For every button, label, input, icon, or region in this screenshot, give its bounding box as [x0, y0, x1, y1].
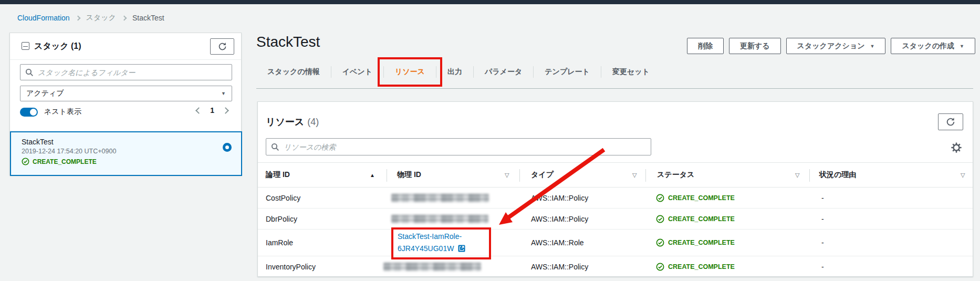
- tab-change-sets[interactable]: 変更セット: [601, 67, 661, 77]
- refresh-icon: [945, 117, 956, 127]
- chevron-down-icon: ▼: [960, 44, 964, 49]
- cell-status: CREATE_COMPLETE: [656, 188, 735, 208]
- column-header-type[interactable]: タイプ: [531, 163, 554, 187]
- sort-ascending-icon[interactable]: ▲: [370, 163, 375, 187]
- stack-actions-dropdown-button[interactable]: スタックアクション▼: [786, 38, 886, 54]
- external-link-icon: [458, 245, 465, 252]
- chevron-down-icon: ▼: [870, 44, 875, 49]
- chevron-right-icon: [121, 15, 127, 20]
- filter-triangle-icon[interactable]: ▽: [505, 163, 509, 187]
- table-row: InventoryPolicy AWS::IAM::Policy CREATE_…: [258, 256, 973, 277]
- table-row: CostPolicy AWS::IAM::Policy CREATE_COMPL…: [258, 188, 973, 209]
- nested-view-toggle[interactable]: [20, 108, 38, 117]
- stack-item-status-text: CREATE_COMPLETE: [33, 158, 97, 165]
- cell-type: AWS::IAM::Role: [531, 230, 584, 256]
- search-icon: [25, 68, 34, 77]
- breadcrumb-current: StackTest: [132, 14, 164, 22]
- redacted-physical-id: [383, 263, 481, 271]
- stack-status-select-value: アクティブ: [26, 89, 64, 98]
- check-circle-icon: [22, 158, 29, 165]
- resources-title: リソース(4): [266, 116, 319, 128]
- tab-events[interactable]: イベント: [331, 67, 383, 77]
- top-navigation-strip: [0, 0, 980, 4]
- cell-status: CREATE_COMPLETE: [656, 230, 735, 256]
- resources-table-header: 論理 ID ▲ 物理 ID ▽ タイプ ▽ ステータス ▽ 状況の理由 ▽: [258, 162, 973, 188]
- chevron-down-icon: ▼: [221, 91, 226, 96]
- stacks-sidebar: スタック (1) アクティブ ▼ ネスト表示 1 StackTest 2019-…: [9, 33, 242, 175]
- check-circle-icon: [656, 194, 664, 202]
- breadcrumb-stacks[interactable]: スタック: [86, 13, 116, 23]
- stack-item-name: StackTest: [22, 138, 54, 146]
- tab-outputs[interactable]: 出力: [436, 67, 473, 77]
- stack-item-status: CREATE_COMPLETE: [22, 158, 97, 165]
- sidebar-title: スタック (1): [34, 41, 81, 52]
- create-stack-dropdown-button[interactable]: スタックの作成▼: [891, 38, 975, 54]
- cell-logical-id: DbrPolicy: [266, 209, 297, 229]
- cell-status-reason: -: [821, 188, 824, 208]
- refresh-stacks-button[interactable]: [210, 38, 234, 55]
- column-divider: [645, 169, 646, 182]
- sidebar-pagination: 1: [196, 106, 228, 115]
- cell-logical-id: IamRole: [266, 230, 293, 256]
- column-header-logical-id[interactable]: 論理 ID: [266, 163, 290, 187]
- cell-type: AWS::IAM::Policy: [531, 188, 588, 208]
- cell-status: CREATE_COMPLETE: [656, 256, 735, 277]
- column-divider: [809, 169, 810, 182]
- tab-resources[interactable]: リソース: [384, 67, 436, 77]
- current-page-number[interactable]: 1: [210, 106, 214, 115]
- cell-status-reason: -: [821, 209, 824, 229]
- column-divider: [387, 169, 387, 182]
- column-divider: [519, 169, 520, 182]
- sidebar-header: スタック (1): [10, 33, 241, 60]
- tab-stack-info[interactable]: スタックの情報: [256, 67, 331, 77]
- table-row: DbrPolicy AWS::IAM::Policy CREATE_COMPLE…: [258, 209, 973, 230]
- cell-status-reason: -: [821, 256, 824, 277]
- stack-selected-radio[interactable]: [223, 143, 232, 152]
- check-circle-icon: [656, 263, 664, 271]
- cell-physical-id: [383, 256, 481, 277]
- cell-logical-id: InventoryPolicy: [266, 256, 316, 277]
- filter-triangle-icon[interactable]: ▽: [795, 163, 799, 187]
- column-header-status[interactable]: ステータス: [657, 163, 694, 187]
- stack-filter-box: [20, 64, 232, 80]
- column-header-physical-id[interactable]: 物理 ID: [397, 163, 421, 187]
- cell-logical-id: CostPolicy: [266, 188, 300, 208]
- chevron-right-icon: [75, 15, 80, 20]
- nested-view-label: ネスト表示: [44, 107, 81, 117]
- collapse-panel-icon[interactable]: [22, 42, 29, 50]
- breadcrumb-cloudformation[interactable]: CloudFormation: [17, 14, 70, 22]
- page-title: StackTest: [256, 34, 320, 50]
- cell-status: CREATE_COMPLETE: [656, 209, 735, 229]
- stack-list-item-selected[interactable]: StackTest 2019-12-24 17:54:20 UTC+0900 C…: [10, 131, 242, 176]
- cell-status-reason: -: [821, 230, 824, 256]
- redacted-physical-id: [391, 194, 489, 202]
- filter-triangle-icon[interactable]: ▽: [961, 163, 965, 187]
- stack-filter-input[interactable]: [38, 68, 227, 77]
- breadcrumb: CloudFormation スタック StackTest: [17, 13, 164, 23]
- physical-id-link[interactable]: StackTest-IamRole- 6JR4Y45UG01W: [398, 231, 465, 255]
- resources-panel: リソース(4) 論理 ID ▲: [257, 101, 973, 277]
- tab-parameters[interactable]: パラメータ: [474, 67, 533, 77]
- check-circle-icon: [656, 215, 664, 223]
- stack-status-select[interactable]: アクティブ ▼: [20, 86, 232, 101]
- filter-triangle-icon[interactable]: ▽: [632, 163, 637, 187]
- refresh-resources-button[interactable]: [938, 113, 963, 130]
- cell-physical-id: [391, 209, 488, 229]
- update-button[interactable]: 更新する: [729, 38, 781, 54]
- resource-search-input[interactable]: [284, 143, 646, 151]
- next-page-icon[interactable]: [222, 107, 229, 114]
- stack-item-timestamp: 2019-12-24 17:54:20 UTC+0900: [22, 148, 116, 155]
- stack-actions-toolbar: 削除 更新する スタックアクション▼ スタックの作成▼: [687, 38, 975, 54]
- cell-type: AWS::IAM::Policy: [531, 256, 588, 277]
- redacted-physical-id: [391, 215, 488, 223]
- tab-template[interactable]: テンプレート: [534, 67, 601, 77]
- cell-physical-id: [391, 188, 489, 208]
- cell-physical-id: StackTest-IamRole- 6JR4Y45UG01W: [398, 230, 465, 256]
- column-header-status-reason[interactable]: 状況の理由: [819, 163, 856, 187]
- table-row: IamRole StackTest-IamRole- 6JR4Y45UG01W …: [258, 230, 973, 256]
- search-icon: [271, 143, 279, 151]
- previous-page-icon[interactable]: [195, 107, 202, 114]
- delete-button[interactable]: 削除: [687, 38, 724, 54]
- gear-icon[interactable]: [951, 142, 962, 153]
- check-circle-icon: [656, 238, 664, 247]
